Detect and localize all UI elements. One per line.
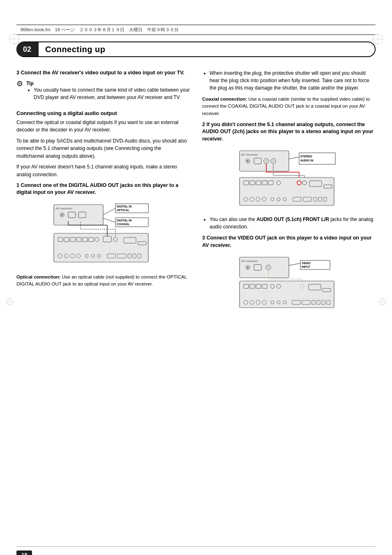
right-bullet-list-1: When inserting the plug, the protective … bbox=[210, 69, 376, 92]
tip-label: Tip bbox=[26, 81, 34, 86]
right-bullet2-bold: AUDIO OUT (5.1ch) FRONT L/R bbox=[256, 216, 329, 222]
diagram2-container: AV receiver STEREO AUDIO IN bbox=[202, 147, 376, 212]
optical-caption-bold: Optical connection: bbox=[16, 274, 60, 279]
svg-text:AV receiver: AV receiver bbox=[55, 207, 72, 210]
tip-bullet-1: You usually have to connect the same kin… bbox=[34, 86, 190, 101]
diagram3-container: AV receiver VIDEO INPUT bbox=[202, 253, 376, 314]
coaxial-caption-bold: Coaxial connection: bbox=[202, 97, 247, 101]
diagram1-container: AV receiver DIGITAL IN OPTICAL DIGITAL I… bbox=[16, 200, 190, 269]
tip-bullets: You usually have to connect the same kin… bbox=[34, 86, 190, 101]
right-step3-heading: 3 Connect the VIDEO OUT jack on this pla… bbox=[202, 235, 376, 249]
svg-text:STEREO: STEREO bbox=[300, 155, 312, 158]
svg-text:VIDEO: VIDEO bbox=[302, 262, 311, 265]
svg-text:DIGITAL IN: DIGITAL IN bbox=[117, 219, 131, 222]
svg-text:AV receiver: AV receiver bbox=[241, 153, 258, 157]
svg-line-115 bbox=[289, 263, 300, 265]
right-column: When inserting the plug, the protective … bbox=[202, 69, 376, 318]
reg-mark-tl bbox=[8, 33, 21, 45]
left-step3-heading: 3 Connect the AV receiver's video output… bbox=[16, 69, 190, 77]
right-step2-heading: 2 If you didn't connect the 5.1 channel … bbox=[202, 121, 376, 143]
diagram3-svg: AV receiver VIDEO INPUT bbox=[235, 253, 342, 313]
optical-caption: Optical connection: Use an optical cable… bbox=[16, 274, 190, 288]
left-column: 3 Connect the AV receiver's video output… bbox=[16, 69, 190, 318]
svg-text:COAXIAL: COAXIAL bbox=[117, 223, 130, 226]
right-bullet-list-2: You can also use the AUDIO OUT (5.1ch) F… bbox=[210, 216, 376, 230]
tip-content: Tip You usually have to connect the same… bbox=[26, 80, 190, 103]
diagram1-svg: AV receiver DIGITAL IN OPTICAL DIGITAL I… bbox=[50, 200, 157, 268]
subsection-body2: To be able to play SACDs and multichanne… bbox=[16, 137, 190, 160]
tip-box: ⚙ Tip You usually have to connect the sa… bbox=[16, 80, 190, 103]
coaxial-caption: Coaxial connection: Use a coaxial cable … bbox=[202, 96, 376, 117]
bottom-rule bbox=[16, 546, 376, 547]
chapter-title: Connecting up bbox=[39, 45, 105, 54]
reg-mark-right bbox=[378, 297, 386, 307]
content-area: 3 Connect the AV receiver's video output… bbox=[16, 69, 376, 318]
svg-text:DIGITAL IN: DIGITAL IN bbox=[117, 205, 131, 208]
svg-text:AUDIO IN: AUDIO IN bbox=[300, 159, 314, 162]
right-bullet-1: When inserting the plug, the protective … bbox=[210, 69, 376, 92]
reg-mark-left bbox=[6, 297, 14, 307]
diagram2-svg: AV receiver STEREO AUDIO IN bbox=[235, 147, 342, 210]
svg-point-65 bbox=[247, 160, 249, 162]
page-number: 18 bbox=[16, 550, 32, 555]
right-bullet-2: You can also use the AUDIO OUT (5.1ch) F… bbox=[210, 216, 376, 230]
svg-text:AV receiver: AV receiver bbox=[241, 259, 258, 263]
svg-point-21 bbox=[61, 214, 63, 216]
svg-text:OPTICAL: OPTICAL bbox=[117, 209, 129, 212]
svg-line-30 bbox=[103, 208, 115, 215]
subsection-body3: If your AV receiver doesn't have 5.1 cha… bbox=[16, 163, 190, 178]
svg-text:INPUT: INPUT bbox=[302, 265, 311, 268]
svg-line-31 bbox=[103, 218, 115, 222]
metadata-text: 868en.book.fm 18 ページ ２００３年８月１９日 火曜日 午前９時… bbox=[21, 27, 179, 33]
left-step1-heading: 1 Connect one of the DIGITAL AUDIO OUT j… bbox=[16, 182, 190, 196]
svg-point-68 bbox=[265, 160, 267, 162]
metadata-bar: 868en.book.fm 18 ページ ２００３年８月１９日 火曜日 午前９時… bbox=[16, 25, 376, 35]
reg-mark-tr bbox=[371, 33, 384, 45]
svg-line-74 bbox=[289, 157, 299, 159]
tip-icon: ⚙ bbox=[16, 79, 23, 88]
chapter-header: 02 Connecting up bbox=[16, 41, 376, 57]
subsection-body1: Connect the optical or coaxial digital o… bbox=[16, 119, 190, 134]
page-wrapper: 868en.book.fm 18 ページ ２００３年８月１９日 火曜日 午前９時… bbox=[0, 25, 392, 555]
svg-point-108 bbox=[247, 267, 249, 268]
svg-point-111 bbox=[267, 266, 270, 269]
subsection-title: Connecting using a digital audio output bbox=[16, 110, 190, 116]
right-bullet2-prefix: You can also use the bbox=[210, 216, 256, 222]
svg-point-70 bbox=[272, 160, 274, 162]
